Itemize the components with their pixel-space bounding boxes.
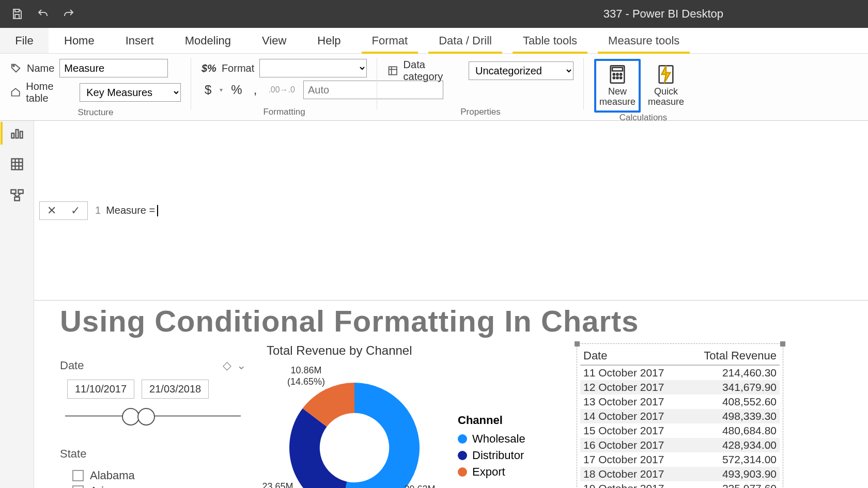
tab-table-tools[interactable]: Table tools xyxy=(507,28,593,53)
thousands-button[interactable]: , xyxy=(251,83,260,97)
quick-measure-button[interactable]: Quick measure xyxy=(643,59,689,113)
eraser-icon[interactable]: ◇ xyxy=(223,359,231,372)
slicer-column: Date ◇ ⌄ 11/10/2017 21/03/2018 xyxy=(60,343,246,488)
ribbon-group-properties: Data category Uncategorized Properties xyxy=(377,54,584,120)
table-row[interactable]: 17 October 2017572,314.00 xyxy=(580,452,780,467)
tab-format[interactable]: Format xyxy=(357,28,424,53)
state-slicer-header: State xyxy=(60,447,246,461)
title-bar: 337 - Power BI Desktop xyxy=(0,0,868,28)
legend-dot-icon xyxy=(458,467,467,477)
currency-dropdown-icon[interactable]: ▾ xyxy=(220,86,223,93)
date-range-slider[interactable] xyxy=(65,406,241,427)
legend-item[interactable]: Wholesale xyxy=(458,432,525,446)
app-title: 337 - Power BI Desktop xyxy=(75,7,858,21)
tab-file[interactable]: File xyxy=(0,28,49,53)
ribbon: Name Home table Key Measures Structure $… xyxy=(0,54,868,121)
formula-bar: ✕ ✓ 1 Measure = xyxy=(34,121,868,301)
state-item[interactable]: Arizona xyxy=(72,483,246,488)
data-category-label: Data category xyxy=(388,59,463,83)
svg-point-10 xyxy=(620,73,622,75)
donut-slice-distributor[interactable] xyxy=(289,408,347,488)
legend-title: Channel xyxy=(458,414,525,427)
slider-thumb-start[interactable] xyxy=(122,408,140,426)
date-range-inputs: 11/10/2017 21/03/2018 xyxy=(67,380,246,399)
date-start-input[interactable]: 11/10/2017 xyxy=(67,380,134,399)
percent-button[interactable]: % xyxy=(228,83,245,97)
slider-thumb-end[interactable] xyxy=(137,408,155,426)
home-table-label: Home table xyxy=(10,81,74,104)
chevron-down-icon[interactable]: ⌄ xyxy=(237,359,246,372)
donut-label: 39.63M(53.45%) xyxy=(401,484,439,488)
data-view-icon[interactable] xyxy=(9,156,25,172)
tab-data-drill[interactable]: Data / Drill xyxy=(423,28,507,53)
svg-point-9 xyxy=(616,73,618,75)
table-row[interactable]: 12 October 2017341,679.90 xyxy=(580,380,780,395)
tab-insert[interactable]: Insert xyxy=(110,28,169,53)
date-slicer-title: Date xyxy=(60,359,84,372)
table-row[interactable]: 11 October 2017214,460.30 xyxy=(580,366,780,380)
svg-rect-25 xyxy=(14,197,19,201)
resize-handle[interactable] xyxy=(780,341,785,347)
ribbon-group-calculations: New measure Quick measure Calculations xyxy=(584,54,703,120)
commit-icon[interactable]: ✓ xyxy=(64,204,87,217)
formula-editor[interactable]: 1 Measure = xyxy=(95,204,158,216)
report-canvas[interactable]: Using Conditional Formatting In Charts D… xyxy=(34,301,868,488)
properties-group-label: Properties xyxy=(388,107,574,118)
ribbon-group-formatting: $% Format $ ▾ % , .00→.0 Formatting xyxy=(191,54,377,120)
decimal-button[interactable]: .00→.0 xyxy=(265,85,298,95)
table-row[interactable]: 16 October 2017428,934.00 xyxy=(580,438,780,452)
legend-item[interactable]: Distributor xyxy=(458,449,525,462)
svg-rect-17 xyxy=(20,132,22,138)
table-row[interactable]: 14 October 2017498,339.30 xyxy=(580,409,780,423)
date-slicer-header: Date ◇ ⌄ xyxy=(60,359,246,372)
svg-rect-15 xyxy=(11,133,14,138)
tab-measure-tools[interactable]: Measure tools xyxy=(593,28,695,53)
svg-point-13 xyxy=(620,77,622,78)
donut-title: Total Revenue by Channel xyxy=(267,343,556,358)
save-icon[interactable] xyxy=(10,7,24,21)
currency-button[interactable]: $ xyxy=(202,83,214,97)
resize-handle[interactable] xyxy=(575,341,580,347)
tab-modeling[interactable]: Modeling xyxy=(169,28,246,53)
tab-home[interactable]: Home xyxy=(49,28,110,53)
tab-help[interactable]: Help xyxy=(302,28,356,53)
svg-point-8 xyxy=(613,73,615,75)
format-select[interactable] xyxy=(259,59,367,77)
donut-legend: Channel WholesaleDistributorExport xyxy=(458,414,525,482)
measure-name-input[interactable] xyxy=(59,59,168,77)
svg-point-12 xyxy=(616,77,618,78)
state-item[interactable]: Alabama xyxy=(72,468,246,483)
calculations-group-label: Calculations xyxy=(594,113,692,124)
legend-dot-icon xyxy=(458,434,467,444)
new-measure-button[interactable]: New measure xyxy=(594,59,641,113)
report-title: Using Conditional Formatting In Charts xyxy=(60,304,853,338)
checkbox-icon[interactable] xyxy=(72,470,84,481)
undo-icon[interactable] xyxy=(36,7,50,21)
date-end-input[interactable]: 21/03/2018 xyxy=(142,380,209,399)
model-view-icon[interactable] xyxy=(9,187,25,203)
legend-item[interactable]: Export xyxy=(458,465,525,479)
tab-view[interactable]: View xyxy=(246,28,302,53)
donut-visual[interactable]: Total Revenue by Channel 39.63M(53.45%)2… xyxy=(267,343,556,488)
table-row[interactable]: 18 October 2017493,903.90 xyxy=(580,467,780,481)
table-visual[interactable]: Date Total Revenue 11 October 2017214,46… xyxy=(577,343,783,488)
category-icon xyxy=(388,65,398,76)
tag-icon xyxy=(10,62,22,74)
table-row[interactable]: 15 October 2017480,684.80 xyxy=(580,423,780,438)
svg-point-11 xyxy=(613,77,615,78)
svg-rect-18 xyxy=(11,159,22,170)
redo-icon[interactable] xyxy=(62,7,75,21)
quick-calc-icon xyxy=(656,64,676,85)
table-row[interactable]: 19 October 2017225,977.60 xyxy=(580,481,780,488)
report-view-icon[interactable] xyxy=(9,125,25,141)
svg-point-2 xyxy=(13,65,14,67)
format-icon: $% xyxy=(202,62,216,74)
cancel-icon[interactable]: ✕ xyxy=(40,204,64,217)
cursor-icon xyxy=(157,205,158,216)
svg-rect-7 xyxy=(612,68,623,71)
data-category-select[interactable]: Uncategorized xyxy=(469,61,574,80)
checkbox-icon[interactable] xyxy=(72,485,84,488)
table-row[interactable]: 13 October 2017408,552.60 xyxy=(580,395,780,409)
state-slicer: State AlabamaArizonaArkansasCaliforniaCo… xyxy=(60,447,246,488)
home-table-select[interactable]: Key Measures xyxy=(80,83,181,102)
